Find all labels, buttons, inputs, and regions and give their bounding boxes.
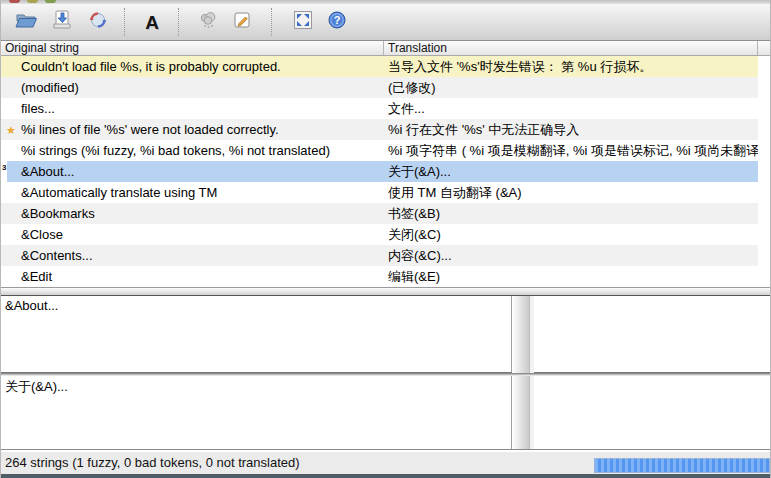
row-marker: ★ [1,119,21,140]
source-text-pane: &About... [1,296,512,373]
progress-bar-fill [594,458,770,473]
translation-cell: 书签(&B) [384,203,758,224]
source-pane-scrollbar[interactable] [512,296,530,373]
row-marker [1,203,21,224]
table-header: Original string Translation [1,41,770,56]
column-header-original[interactable]: Original string [1,41,384,55]
original-cell: %i lines of file '%s' were not loaded co… [21,119,384,140]
header-corner [758,41,770,55]
fuzzy-icon: A [145,13,159,32]
row-gutter [758,161,770,182]
save-button[interactable] [49,8,75,36]
table-row[interactable]: &Bookmarks 书签(&B) [1,203,770,224]
row-marker: 3 [1,161,21,182]
row-marker [1,266,21,287]
translation-text-pane[interactable]: 关于(&A)... [1,376,512,450]
update-icon [87,9,109,35]
edit-comment-icon [231,9,253,35]
row-gutter [758,224,770,245]
side-pane-bottom [534,376,770,450]
fullscreen-button[interactable] [290,8,316,36]
original-cell: (modified) [21,77,384,98]
original-cell: Couldn't load file %s, it is probably co… [21,56,384,77]
translation-cell: 内容(&C)... [384,245,758,266]
help-icon: ? [326,9,348,35]
window-bottom-edge [1,474,770,478]
original-cell: &Close [21,224,384,245]
row-marker [1,224,21,245]
original-cell: &About... [21,161,384,182]
translation-cell: 文件... [384,98,758,119]
help-button[interactable]: ? [324,8,350,36]
table-row[interactable]: &Contents... 内容(&C)... [1,245,770,266]
table-row[interactable]: &Close 关闭(&C) [1,224,770,245]
fuzzy-toggle-button[interactable]: A [139,8,165,36]
comments-button[interactable] [195,8,221,36]
original-cell: &Edit [21,266,384,287]
original-cell: &Bookmarks [21,203,384,224]
toolbar-separator [271,8,272,36]
table-row[interactable]: ★ %i lines of file '%s' were not loaded … [1,119,770,140]
table-row[interactable]: 3 &About... 关于(&A)... [1,161,770,182]
table-row[interactable]: Couldn't load file %s, it is probably co… [1,56,770,77]
fuzzy-star-icon: ★ [6,124,16,136]
row-gutter [758,266,770,287]
zoom-window-icon[interactable] [45,0,56,3]
row-marker [1,245,21,266]
row-gutter [758,98,770,119]
row-gutter [758,245,770,266]
toolbar-separator [178,8,179,36]
fullscreen-icon [293,10,313,34]
translation-cell: 关于(&A)... [384,161,758,182]
translation-cell: %i 行在文件 '%s' 中无法正确导入 [384,119,758,140]
close-window-icon[interactable] [9,0,20,3]
save-icon [51,9,73,35]
row-gutter [758,182,770,203]
row-marker [1,56,21,77]
open-button[interactable] [13,8,39,36]
status-bar: 264 strings (1 fuzzy, 0 bad tokens, 0 no… [1,450,770,474]
row-marker [1,98,21,119]
translation-cell: 当导入文件 '%s'时发生错误： 第 %u 行损坏。 [384,56,758,77]
comments-icon [197,9,219,35]
table-row[interactable]: %i strings (%i fuzzy, %i bad tokens, %i … [1,140,770,161]
open-icon [14,9,38,35]
column-header-translation[interactable]: Translation [384,41,758,55]
original-cell: &Contents... [21,245,384,266]
app-window: A [0,0,771,478]
original-cell: files... [21,98,384,119]
translation-progress-bar [594,458,770,473]
row-gutter [758,77,770,98]
string-table-body: Couldn't load file %s, it is probably co… [1,56,770,287]
row-gutter [758,56,770,77]
update-button[interactable] [85,8,111,36]
translation-cell: %i 项字符串 ( %i 项是模糊翻译, %i 项是错误标记, %i 项尚未翻译… [384,140,758,161]
translation-cell: 关闭(&C) [384,224,758,245]
bookmark-number: 3 [2,157,6,178]
table-row[interactable]: (modified) (已修改) [1,77,770,98]
translation-cell: 使用 TM 自动翻译 (&A) [384,182,758,203]
row-gutter [758,119,770,140]
table-row[interactable]: files... 文件... [1,98,770,119]
toolbar-separator [124,8,125,36]
svg-text:?: ? [334,14,341,26]
pane-separator [1,373,770,376]
row-marker [1,182,21,203]
original-cell: &Automatically translate using TM [21,182,384,203]
row-gutter [758,203,770,224]
table-row[interactable]: &Edit 编辑(&E) [1,266,770,287]
editor-panes: &About... 关于(&A)... [1,296,770,450]
row-gutter [758,140,770,161]
table-row[interactable]: &Automatically translate using TM 使用 TM … [1,182,770,203]
row-marker [1,77,21,98]
translation-cell: (已修改) [384,77,758,98]
toolbar: A [1,4,770,41]
status-text: 264 strings (1 fuzzy, 0 bad tokens, 0 no… [5,455,300,470]
translation-pane-scrollbar[interactable] [512,376,530,450]
side-pane-top [534,296,770,373]
translation-cell: 编辑(&E) [384,266,758,287]
edit-comment-button[interactable] [229,8,255,36]
minimize-window-icon[interactable] [27,0,38,3]
original-cell: %i strings (%i fuzzy, %i bad tokens, %i … [21,140,384,161]
